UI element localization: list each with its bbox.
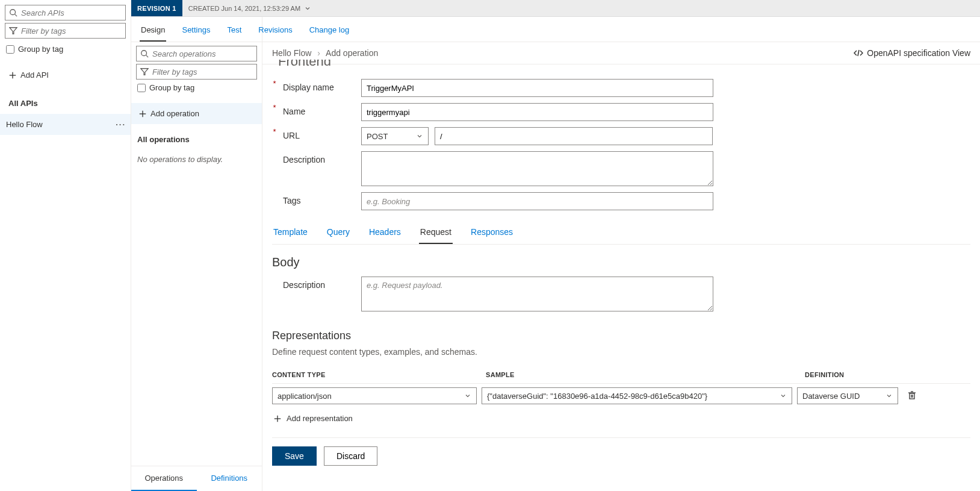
tab-test[interactable]: Test <box>226 23 243 42</box>
api-item-hello-flow[interactable]: Hello Flow ··· <box>0 114 131 135</box>
body-heading: Body <box>272 255 970 269</box>
search-apis-input[interactable] <box>21 8 122 17</box>
operation-subtabs: Template Query Headers Request Responses <box>272 224 970 245</box>
svg-point-0 <box>10 10 16 15</box>
search-icon <box>9 8 17 17</box>
display-name-input[interactable] <box>361 79 713 97</box>
subtab-responses[interactable]: Responses <box>470 224 514 244</box>
label-tags: Tags <box>283 192 361 205</box>
representations-help: Define request content types, examples, … <box>272 347 970 357</box>
subtab-headers[interactable]: Headers <box>368 224 402 244</box>
breadcrumb-api[interactable]: Hello Flow <box>272 48 311 58</box>
filter-tags-apis-input[interactable] <box>21 27 122 36</box>
svg-rect-11 <box>910 393 914 399</box>
required-marker: * <box>272 103 277 112</box>
chevron-down-icon <box>780 392 787 399</box>
sample-combo[interactable]: {"dataverseGuid": "16830e96-a1da-4452-98… <box>482 387 792 404</box>
body-description-input[interactable] <box>361 277 713 311</box>
add-api-button[interactable]: Add API <box>5 66 126 84</box>
description-input[interactable] <box>361 151 713 186</box>
representation-row: application/json {"dataverseGuid": "1683… <box>272 384 970 408</box>
group-by-tag-apis-checkbox[interactable] <box>6 45 14 54</box>
chevron-down-icon <box>464 392 471 399</box>
discard-button[interactable]: Discard <box>324 446 377 466</box>
col-definition: DEFINITION <box>805 371 970 378</box>
content-type-combo[interactable]: application/json <box>272 387 477 404</box>
delete-representation-button[interactable] <box>903 390 921 402</box>
label-url: URL <box>283 127 361 140</box>
subtab-request[interactable]: Request <box>419 224 453 244</box>
code-icon <box>854 48 863 58</box>
trash-icon <box>907 390 917 400</box>
chevron-down-icon <box>885 392 893 399</box>
form-actions: Save Discard <box>272 437 970 466</box>
group-by-tag-apis-label: Group by tag <box>18 45 63 54</box>
filter-tags-apis-box[interactable] <box>5 23 126 39</box>
label-body-description: Description <box>283 277 361 290</box>
add-api-label: Add API <box>20 70 49 80</box>
tags-input[interactable] <box>361 192 713 210</box>
plus-icon <box>8 71 17 80</box>
url-input[interactable] <box>435 127 713 145</box>
plus-icon <box>273 414 282 423</box>
required-marker: * <box>272 79 277 88</box>
method-select[interactable]: POST <box>361 127 429 145</box>
subtab-template[interactable]: Template <box>272 224 309 244</box>
representations-heading: Representations <box>272 330 970 342</box>
label-description: Description <box>283 151 361 164</box>
col-sample: SAMPLE <box>486 371 805 378</box>
subtab-query[interactable]: Query <box>326 224 351 244</box>
group-by-tag-apis[interactable]: Group by tag <box>6 45 125 54</box>
revision-created[interactable]: CREATED Jun 14, 2021, 12:53:29 AM <box>182 5 317 12</box>
all-apis-heading[interactable]: All APIs <box>5 95 126 114</box>
tab-design[interactable]: Design <box>140 23 166 42</box>
name-input[interactable] <box>361 103 713 121</box>
revision-badge[interactable]: REVISION 1 <box>131 0 182 16</box>
breadcrumb-current: Add operation <box>326 48 378 58</box>
add-representation-button[interactable]: Add representation <box>272 408 970 429</box>
breadcrumb: Hello Flow › Add operation <box>272 48 378 58</box>
definition-combo[interactable]: Dataverse GUID <box>797 387 898 404</box>
tab-changelog[interactable]: Change log <box>308 23 351 42</box>
breadcrumb-sep: › <box>317 48 320 58</box>
required-marker: * <box>272 127 277 136</box>
tab-settings[interactable]: Settings <box>181 23 211 42</box>
openapi-view-link[interactable]: OpenAPI specification View <box>854 48 970 58</box>
revision-bar: REVISION 1 CREATED Jun 14, 2021, 12:53:2… <box>131 0 980 17</box>
svg-marker-2 <box>10 28 17 34</box>
filter-icon <box>9 27 17 35</box>
frontend-heading: Frontend <box>278 60 970 70</box>
api-item-label: Hello Flow <box>6 120 43 129</box>
apis-sidebar: Group by tag Add API All APIs Hello Flow… <box>0 0 131 491</box>
representations-header: CONTENT TYPE SAMPLE DEFINITION <box>272 366 970 384</box>
save-button[interactable]: Save <box>272 446 317 466</box>
chevron-down-icon <box>416 133 423 140</box>
tab-revisions[interactable]: Revisions <box>257 23 293 42</box>
svg-line-1 <box>15 14 17 17</box>
main-panel: REVISION 1 CREATED Jun 14, 2021, 12:53:2… <box>131 0 980 491</box>
chevron-down-icon <box>304 5 311 12</box>
col-content-type: CONTENT TYPE <box>272 371 486 378</box>
main-tabs: Design Settings Test Revisions Change lo… <box>131 17 980 42</box>
more-icon[interactable]: ··· <box>116 120 126 129</box>
svg-line-10 <box>858 50 859 56</box>
label-name: Name <box>283 103 361 116</box>
search-apis-box[interactable] <box>5 5 126 20</box>
label-display-name: Display name <box>283 79 361 92</box>
